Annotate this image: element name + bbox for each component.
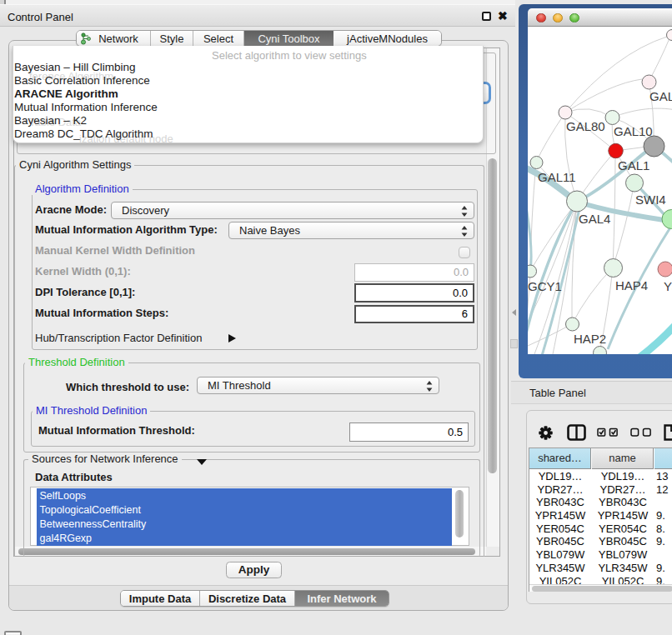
svg-text:GAL10: GAL10	[614, 124, 653, 138]
svg-text:HAP4: HAP4	[615, 278, 648, 292]
svg-text:YJL05: YJL05	[664, 279, 672, 293]
svg-text:HAP2: HAP2	[574, 332, 606, 346]
svg-text:GAL1: GAL1	[618, 158, 649, 172]
svg-text:GAL80: GAL80	[566, 119, 605, 133]
svg-text:GAL11: GAL11	[538, 170, 576, 184]
svg-text:GCY1: GCY1	[528, 279, 562, 293]
svg-text:GAL7: GAL7	[649, 89, 672, 103]
svg-text:SWI4: SWI4	[635, 192, 666, 207]
svg-text:GAL4: GAL4	[579, 212, 610, 226]
